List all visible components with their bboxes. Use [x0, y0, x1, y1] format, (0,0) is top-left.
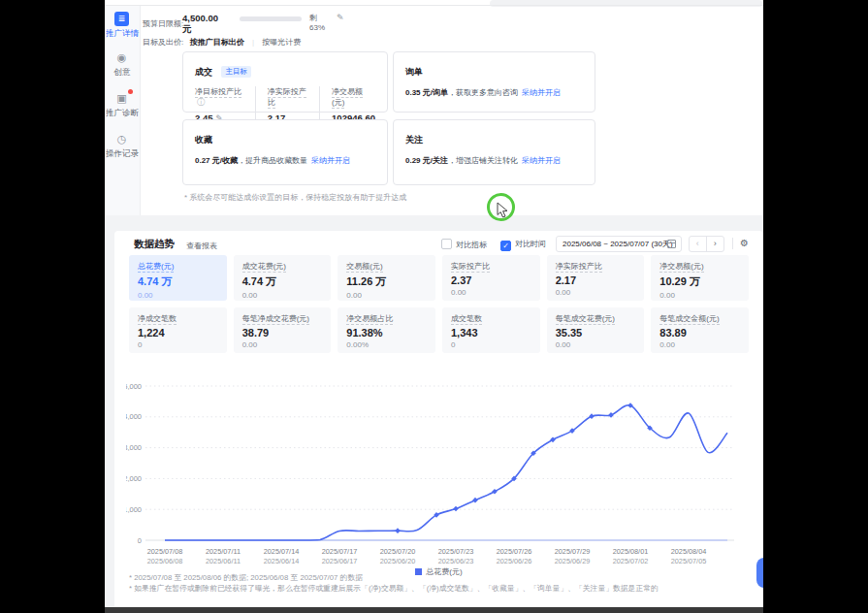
- x-tick-label-compare: 2025/06/14: [264, 557, 300, 565]
- adopt-enable-link[interactable]: 采纳并开启: [522, 156, 561, 165]
- goal-price: 0.29 元/关注: [405, 156, 448, 165]
- metric-compare-value: 0.00%: [346, 340, 427, 349]
- metric-compare-value: 0.00: [659, 291, 740, 300]
- goal-card-title: 收藏: [195, 134, 212, 146]
- metric-label: 成交笔数: [451, 313, 531, 324]
- metric-compare-value: 0.00: [451, 288, 531, 297]
- metric-value: 4.74 万: [138, 274, 218, 289]
- sidebar-item-creative[interactable]: ◉ 创意: [105, 50, 141, 79]
- goal-card-inquiry[interactable]: 询单 0.35 元/询单，获取更多意向咨询采纳并开启: [393, 51, 595, 113]
- goal-note: * 系统会尽可能达成你设置的目标，保持稳定投放有助于提升达成: [184, 192, 406, 203]
- floating-action-button[interactable]: [756, 558, 763, 588]
- date-range-picker[interactable]: 2025/06/08 ~ 2025/07/07 (30天): [556, 236, 682, 252]
- date-range-value: 2025/06/08 ~ 2025/07/07 (30天): [563, 240, 673, 248]
- legend-marker: [415, 568, 422, 575]
- screen: ≣ 推广详情 ◉ 创意 ▣ 推广诊断 ◷ 操作记录: [0, 0, 868, 613]
- adopt-enable-link[interactable]: 采纳并开启: [522, 88, 561, 97]
- data-point[interactable]: [589, 413, 595, 419]
- metric-label: 交易额(元): [346, 261, 427, 272]
- goal-card-title: 询单: [405, 66, 423, 79]
- legend-label: 总花费(元): [426, 567, 462, 576]
- x-tick-label-compare: 2025/06/17: [322, 557, 358, 565]
- metric-label: 每笔成交花费(元): [556, 313, 636, 324]
- metric-label: 实际投产比: [451, 261, 531, 272]
- trend-title: 数据趋势: [134, 238, 175, 251]
- gear-icon[interactable]: ⚙: [740, 238, 749, 249]
- metric-value: 10.29 万: [659, 274, 740, 289]
- tab-bid-by-impression[interactable]: 按曝光计费: [262, 37, 301, 48]
- goal-card-favorite[interactable]: 收藏 0.27 元/收藏，提升商品收藏数量采纳并开启: [182, 119, 388, 185]
- x-tick-label-compare: 2025/07/02: [613, 557, 649, 565]
- metric-card[interactable]: 实际投产比 2.37 0.00: [442, 255, 540, 301]
- stat-net-actual-roi: 净实际投产比 2.17: [255, 86, 319, 123]
- bidding-label: 目标及出价:: [143, 38, 183, 47]
- data-point[interactable]: [453, 506, 459, 512]
- metric-label: 总花费(元): [138, 261, 218, 272]
- tab-separator: |: [252, 38, 254, 47]
- metric-label: 净交易额(元): [659, 261, 740, 272]
- stat-label: 净目标投产比: [195, 87, 241, 98]
- metric-card[interactable]: 净成交笔数 1,224 0: [129, 307, 227, 353]
- daily-budget-row: 预算日限额: 4,500.00 元 剩 63% ✎: [143, 13, 183, 26]
- y-tick-label: 5,000: [126, 382, 142, 391]
- metric-compare-value: 0.00: [659, 340, 740, 349]
- goal-card-deal[interactable]: 成交 主目标 净目标投产比ⓘ 2.45 ✎ 净实际投产比 2.17 净交易额(元…: [182, 51, 388, 113]
- adopt-enable-link[interactable]: 采纳并开启: [311, 156, 350, 165]
- metric-card[interactable]: 每笔净成交花费(元) 38.79 0.00: [234, 307, 332, 353]
- x-tick-label: 2025/07/26: [497, 547, 532, 556]
- sidebar-item-history[interactable]: ◷ 操作记录: [105, 132, 141, 160]
- metric-card[interactable]: 每笔成交金额(元) 83.89 0.00: [651, 307, 749, 353]
- compare-time-control[interactable]: ✓对比时间: [500, 239, 546, 251]
- metric-card[interactable]: 总花费(元) 4.74 万 0.00: [129, 255, 227, 301]
- diagnose-icon: ▣: [114, 91, 129, 106]
- detail-icon: ≣: [114, 12, 129, 26]
- data-point[interactable]: [395, 528, 401, 533]
- metric-card[interactable]: 净交易额(元) 10.29 万 0.00: [651, 255, 749, 301]
- stat-label: 净交易额(元): [332, 87, 363, 109]
- metric-compare-value: 0.00: [556, 340, 636, 349]
- x-tick-label: 2025/07/08: [147, 547, 183, 556]
- bulb-icon: ◉: [114, 50, 129, 65]
- divider: [732, 238, 733, 249]
- goal-price: 0.27 元/收藏: [195, 156, 238, 165]
- x-tick-label-compare: 2025/06/23: [438, 557, 474, 565]
- metric-card[interactable]: 交易额(元) 11.26 万 0.00: [338, 255, 435, 301]
- mouse-cursor: [497, 202, 509, 218]
- campaign-detail-page: ≣ 推广详情 ◉ 创意 ▣ 推广诊断 ◷ 操作记录: [105, 0, 763, 613]
- x-tick-label-compare: 2025/06/08: [147, 557, 183, 565]
- metric-card[interactable]: 成交花费(元) 4.74 万 0.00: [234, 255, 332, 301]
- metric-compare-value: 0.00: [242, 291, 323, 300]
- metric-cards-row-2: 净成交笔数 1,224 0 每笔净成交花费(元) 38.79 0.00 净交易额…: [129, 307, 749, 353]
- chart-note-1: * 2025/07/08 至 2025/08/06 的数据; 2025/06/0…: [129, 572, 363, 583]
- x-tick-label: 2025/07/11: [206, 547, 241, 556]
- compare-metric-control[interactable]: 对比指标: [441, 239, 487, 250]
- info-icon[interactable]: ⓘ: [197, 98, 205, 107]
- data-point[interactable]: [472, 498, 478, 503]
- view-report-link[interactable]: 查看报表: [186, 241, 217, 251]
- compare-time-checkbox[interactable]: ✓: [500, 241, 511, 251]
- series-line: [165, 405, 727, 540]
- date-nav: ‹ ›: [689, 236, 724, 252]
- primary-goal-badge: 主目标: [221, 66, 251, 78]
- sidebar-item-label: 推广详情: [105, 28, 141, 40]
- metric-card[interactable]: 净交易额占比 91.38% 0.00%: [338, 307, 435, 353]
- x-tick-label-compare: 2025/07/05: [671, 557, 707, 565]
- sidebar-item-diagnose[interactable]: ▣ 推广诊断: [105, 91, 141, 119]
- notification-dot: [128, 89, 133, 94]
- next-period-button[interactable]: ›: [707, 237, 723, 251]
- x-tick-label: 2025/07/29: [555, 547, 591, 556]
- chart-note-2: * 如果推广在暂停或删除前已经获得了曝光，那么在暂停或重建后展示「(净)交易额」…: [129, 583, 659, 594]
- budget-edit-icon[interactable]: ✎: [337, 13, 344, 22]
- tab-bid-by-goal[interactable]: 按推广目标出价: [190, 37, 244, 48]
- metric-card[interactable]: 成交笔数 1,343 0: [442, 307, 540, 353]
- compare-metric-checkbox[interactable]: [441, 239, 452, 249]
- goal-card-title: 成交: [195, 66, 212, 79]
- metric-card[interactable]: 净实际投产比 2.17 0.00: [547, 255, 645, 301]
- goal-card-follow[interactable]: 关注 0.29 元/关注，增强店铺关注转化采纳并开启: [393, 119, 595, 185]
- prev-period-button[interactable]: ‹: [690, 237, 707, 251]
- metric-card[interactable]: 每笔成交花费(元) 35.35 0.00: [547, 307, 645, 353]
- x-tick-label: 2025/07/23: [438, 547, 474, 556]
- stat-label: 净实际投产比: [268, 87, 306, 109]
- sidebar-item-detail[interactable]: ≣ 推广详情: [105, 12, 141, 40]
- metric-label: 净交易额占比: [346, 313, 427, 324]
